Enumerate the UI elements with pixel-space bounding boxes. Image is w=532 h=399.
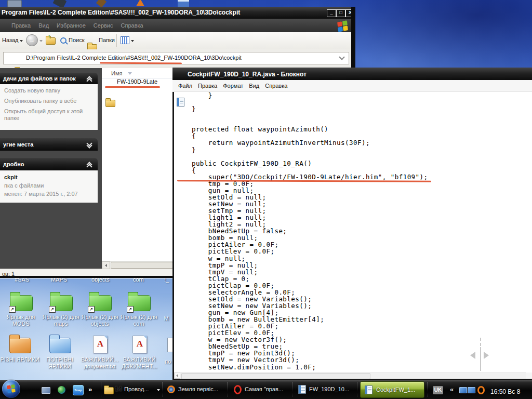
document-icon	[93, 336, 108, 353]
desktop-icon-com[interactable]: ↗	[128, 295, 151, 311]
notepad-text-area[interactable]: } } protected float waypointAzimuth() { …	[175, 92, 531, 373]
desktop-icon-label[interactable]: Ярлык (2) для objects	[80, 314, 119, 327]
taskbar-separator	[427, 382, 428, 396]
task-link[interactable]: Создать новую папку	[4, 87, 94, 94]
annotation-underline-folder	[105, 86, 160, 88]
desktop-icon-label[interactable]: ВАЖЛИВИЙ... документ.txt	[80, 356, 119, 370]
sort-arrow-icon[interactable]	[128, 72, 132, 75]
desktop-icon-label[interactable]: MAPS	[51, 278, 67, 283]
explorer-menu-item[interactable]: Вид	[38, 22, 49, 29]
details-section-body: ckpit пка с файлами менен: 7 марта 2015 …	[0, 170, 98, 203]
back-dropdown-icon[interactable]	[20, 40, 23, 42]
address-text[interactable]: D:\Program Files\IL-2 Complete Edition\#…	[26, 55, 242, 61]
folder-icon[interactable]	[105, 100, 115, 107]
scrollbar-corner	[526, 373, 532, 379]
desktop-icon-vazhlyvyi-doc[interactable]	[132, 336, 147, 353]
notepad-menu-item[interactable]: Файл	[178, 83, 192, 89]
desktop-icon-label[interactable]: objects	[91, 278, 110, 283]
network-monitor-icon[interactable]	[468, 387, 475, 393]
desktop-icon-label[interactable]: РІЗНІ ЯРЛИКИ	[0, 356, 39, 363]
taskbar-button-notepad-active[interactable]: CockpitFW_1...	[360, 381, 424, 398]
views-icon[interactable]	[121, 36, 129, 44]
notepad-menu-item[interactable]: Правка	[198, 83, 217, 89]
group-dropdown-icon[interactable]	[157, 389, 160, 391]
explorer-title: Program Files\IL-2 Complete Edition\#SAS…	[2, 9, 324, 16]
notepad-menu-item[interactable]: Вид	[249, 83, 259, 89]
taskbar-button-label: Земля первіс...	[178, 386, 218, 392]
column-header-name[interactable]: Имя	[111, 70, 122, 76]
places-section-header[interactable]: угие места	[0, 138, 98, 151]
desktop-icon-label[interactable]: Ярлык (2) для com	[119, 314, 158, 327]
group-count: 14	[115, 385, 122, 393]
file-list-folder-name[interactable]: FW-190D-9Late	[117, 78, 157, 85]
desktop-icon-vazhlyvyi-txt[interactable]	[93, 336, 108, 353]
folders-button[interactable]: Папки	[99, 37, 115, 43]
desktop-icon-label[interactable]: М	[161, 315, 171, 322]
desktop-icon-rizni-yarlyky[interactable]	[9, 338, 31, 353]
scroll-left-button[interactable]	[174, 373, 180, 379]
shortcut-arrow-icon: ↗	[49, 306, 56, 313]
taskbar-button-opera[interactable]: Самая "прав...	[234, 382, 290, 397]
keyboard-layout-indicator[interactable]: UK	[433, 386, 443, 394]
explorer-menu-item[interactable]: Справка	[121, 22, 143, 29]
desktop-icon-label[interactable]: Ярлык для MODS	[1, 314, 41, 327]
notepad-icon	[365, 385, 373, 394]
windows-flag-icon	[7, 384, 15, 394]
toolbar-separator	[116, 34, 117, 47]
tasks-section-header[interactable]: дачи для файлов и папок	[0, 73, 98, 84]
desktop-icon-maps[interactable]: ↗	[50, 295, 73, 311]
tray-clock[interactable]: 16:50 Вс 8	[490, 388, 520, 395]
taskbar-button-firefox[interactable]: Земля первіс...	[167, 382, 225, 397]
search-button[interactable]: Поиск	[69, 37, 84, 43]
desktop-icon-label[interactable]: !_	[164, 278, 169, 283]
taskbar-button-notepad-1[interactable]: FW_190D_10...	[298, 382, 355, 397]
desktop-icon-label[interactable]: ВАЖЛИВИЙ ДОКУМЕНТ...	[119, 356, 159, 370]
shortcut-arrow-icon: ↗	[127, 306, 134, 313]
notepad-menu-item[interactable]: Справка	[265, 83, 287, 89]
network-monitor-icon[interactable]	[459, 387, 467, 393]
desktop-icon-objects[interactable]: ↗	[89, 295, 112, 311]
task-link[interactable]: Открыть общий доступ к этой папке	[4, 108, 94, 122]
details-section-header[interactable]: дробно	[0, 158, 98, 170]
desktop-icon-mods[interactable]: ↗	[10, 295, 33, 311]
tray-collapse-chevron[interactable]: «	[450, 385, 454, 393]
maximize-button[interactable]: □	[336, 9, 345, 17]
details-folder-type: пка с файлами	[4, 182, 44, 189]
views-dropdown-icon[interactable]	[131, 40, 134, 42]
explorer-menu-item[interactable]: Избранное	[57, 22, 86, 29]
browser-globe-icon[interactable]	[58, 386, 65, 394]
desktop-icon-potribni-yarlyky[interactable]	[49, 338, 71, 353]
snap-icon[interactable]: Snap	[73, 385, 84, 395]
green-folder-icon: ↗	[50, 295, 73, 311]
explorer-menu-item[interactable]: Правка	[11, 22, 31, 29]
desktop-icon-label[interactable]: Ярлык (2) для maps	[41, 314, 81, 327]
start-button[interactable]	[2, 380, 20, 398]
minimize-button[interactable]: _	[327, 9, 336, 17]
desktop-icon-label[interactable]: по	[162, 358, 174, 365]
folder-up-icon	[46, 37, 56, 45]
desktop-icon-label[interactable]: com	[133, 278, 144, 283]
desktop-icon-label[interactable]: #SAS	[15, 278, 29, 283]
quicklaunch-overflow-chevron[interactable]: »	[88, 385, 92, 393]
back-button[interactable]: Назад	[2, 37, 19, 43]
show-desktop-icon[interactable]	[42, 387, 50, 394]
desktop-icon-label[interactable]: ПОТРІБНІ ЯРЛИКИ	[40, 356, 79, 370]
task-link[interactable]: Опубликовать папку в вебе	[4, 98, 94, 104]
search-icon[interactable]	[60, 37, 66, 44]
scroll-thumb[interactable]	[111, 262, 173, 269]
opera-tray-icon[interactable]	[477, 386, 485, 394]
notepad-menu-item[interactable]: Формат	[223, 83, 243, 89]
partial-desktop-icon	[7, 0, 22, 7]
taskbar-button-label: CockpitFW_1...	[376, 387, 415, 393]
forward-dropdown-icon[interactable]	[39, 40, 43, 42]
forward-button[interactable]: →	[26, 34, 38, 46]
taskbar-button-explorer-group[interactable]: 14 Провод...	[104, 382, 161, 397]
up-arrow-icon: ↑	[48, 33, 51, 39]
desktop-row1-labels: #SAS MAPS objects com !_	[0, 278, 177, 284]
task-links: Создать новую папкуОпубликовать папку в …	[4, 87, 96, 125]
up-folder-button[interactable]: ↑	[46, 37, 56, 45]
opera-icon	[234, 385, 242, 394]
autoscroll-marker-line	[480, 347, 481, 371]
desktop-screen: #SAS MAPS objects com !_ ↗ Ярлык для MOD…	[0, 0, 532, 399]
explorer-menu-item[interactable]: Сервис	[94, 22, 113, 29]
